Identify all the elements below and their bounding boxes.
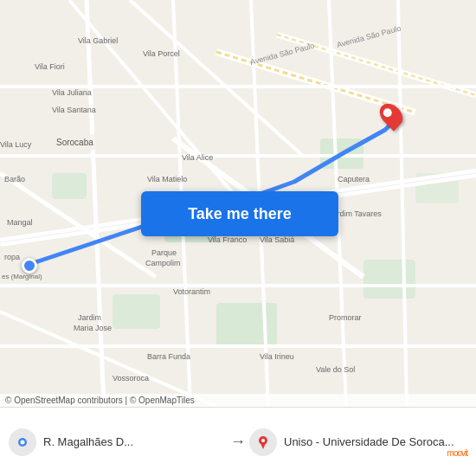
- svg-text:Vila Juliana: Vila Juliana: [52, 88, 92, 97]
- origin-marker: [22, 258, 37, 273]
- take-me-there-button[interactable]: Take me there: [141, 191, 338, 236]
- svg-text:Jardim: Jardim: [78, 313, 101, 322]
- svg-text:Vila Lucy: Vila Lucy: [0, 140, 32, 149]
- svg-text:Vila Matielo: Vila Matielo: [147, 175, 187, 183]
- destination-label: Uniso - Universidade De Soroca...: [284, 435, 454, 448]
- svg-marker-63: [261, 443, 266, 449]
- svg-text:Vila Santana: Vila Santana: [52, 106, 96, 114]
- destination-item: Uniso - Universidade De Soroca...: [249, 428, 467, 456]
- svg-text:Vale do Sol: Vale do Sol: [316, 365, 355, 374]
- svg-text:Sorocaba: Sorocaba: [56, 138, 93, 147]
- svg-text:Promorar: Promorar: [329, 313, 362, 322]
- svg-text:Caputera: Caputera: [338, 175, 370, 183]
- svg-point-60: [21, 440, 25, 444]
- svg-text:Barra Funda: Barra Funda: [147, 352, 190, 361]
- svg-text:Vossoroca: Vossoroca: [113, 374, 149, 383]
- svg-point-62: [261, 439, 265, 442]
- svg-text:Mangal: Mangal: [7, 218, 33, 227]
- bottom-bar: R. Magalhães D... → Uniso - Universidade…: [0, 407, 476, 476]
- moovit-logo: moovit: [447, 447, 467, 467]
- origin-icon: [9, 428, 36, 456]
- svg-text:es (Marginal): es (Marginal): [2, 273, 42, 280]
- attribution-text: © OpenStreetMap contributors | © OpenMap…: [5, 396, 195, 405]
- svg-text:ropa: ropa: [4, 253, 20, 261]
- svg-text:Maria Jose: Maria Jose: [74, 324, 112, 332]
- map-container: Sorocaba Barão Mangal ropa Vila Alice Vi…: [0, 0, 476, 407]
- svg-text:Vila Gabriel: Vila Gabriel: [78, 36, 118, 45]
- svg-text:Vila Irineu: Vila Irineu: [260, 352, 294, 361]
- svg-text:Vila Porcel: Vila Porcel: [143, 49, 180, 58]
- destination-icon: [249, 428, 277, 456]
- svg-text:Votorantim: Votorantim: [173, 287, 210, 296]
- svg-rect-3: [52, 173, 87, 199]
- route-arrow-icon: →: [230, 433, 246, 451]
- svg-rect-6: [363, 260, 415, 299]
- svg-text:Vila Franco: Vila Franco: [208, 235, 247, 244]
- svg-text:Vila Fiori: Vila Fiori: [35, 62, 65, 71]
- map-attribution: © OpenStreetMap contributors | © OpenMap…: [0, 394, 476, 407]
- origin-label: R. Magalhães D...: [43, 435, 133, 448]
- svg-text:Vila Alice: Vila Alice: [182, 153, 213, 162]
- svg-text:Parque: Parque: [151, 248, 177, 257]
- logo-text: moovit: [447, 448, 467, 458]
- svg-rect-5: [113, 294, 160, 329]
- svg-text:Barão: Barão: [4, 175, 25, 183]
- origin-item: R. Magalhães D...: [9, 428, 227, 456]
- svg-text:Vila Sabiá: Vila Sabiá: [260, 235, 294, 244]
- svg-rect-4: [216, 303, 277, 346]
- svg-text:Campolim: Campolim: [145, 259, 181, 267]
